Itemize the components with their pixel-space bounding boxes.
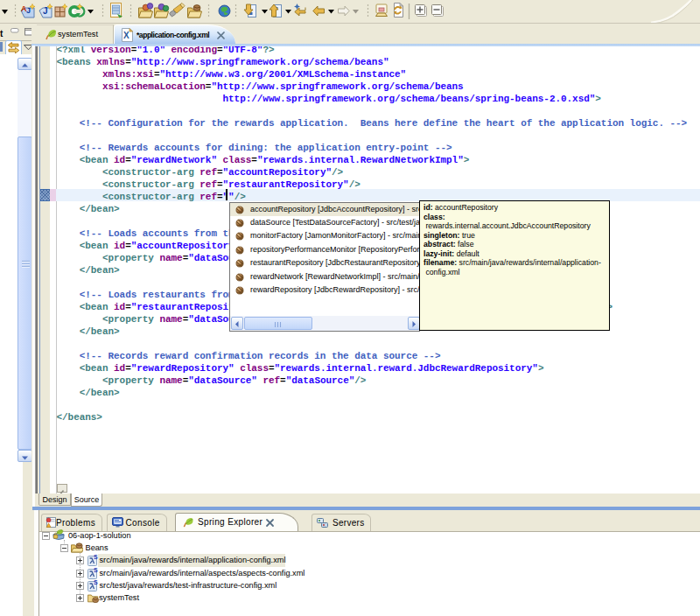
svg-text:J: J [26, 6, 31, 15]
svg-text:X: X [123, 31, 130, 40]
svg-text:S: S [94, 567, 98, 573]
svg-text:S: S [94, 579, 98, 585]
svg-text:S: S [94, 554, 98, 560]
svg-text:J: J [43, 6, 48, 16]
